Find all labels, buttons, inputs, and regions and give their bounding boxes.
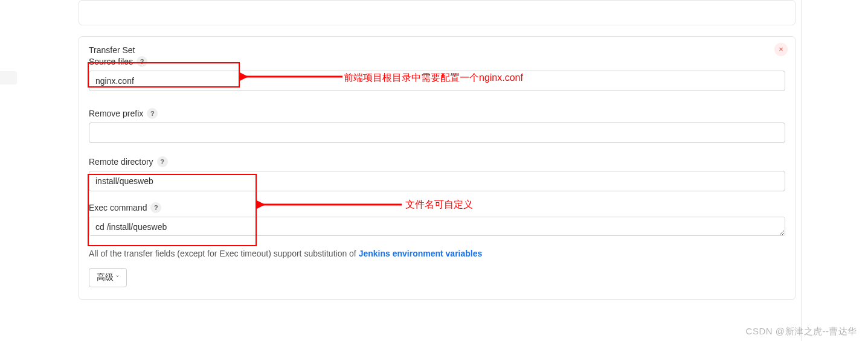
transfer-set-title: Transfer Set xyxy=(89,45,785,55)
advanced-button[interactable]: 高级 ˅ xyxy=(89,268,127,287)
source-files-label: Source files xyxy=(89,57,133,66)
advanced-button-label: 高级 xyxy=(97,272,114,283)
exec-command-input[interactable] xyxy=(89,217,785,236)
chevron-down-icon: ˅ xyxy=(116,275,119,281)
help-icon[interactable]: ? xyxy=(150,202,161,213)
remote-directory-group: Remote directory ? xyxy=(89,156,785,191)
transfer-set-panel: × Transfer Set Source files ? Remove pre… xyxy=(79,36,796,300)
remove-prefix-group: Remove prefix ? xyxy=(89,108,785,143)
help-icon[interactable]: ? xyxy=(147,108,158,119)
substitution-note: All of the transfer fields (except for E… xyxy=(89,249,785,258)
close-icon: × xyxy=(779,45,783,54)
help-icon[interactable]: ? xyxy=(157,156,168,167)
watermark: CSDN @新津之虎--曹达华 xyxy=(746,326,857,337)
main-content: × Transfer Set Source files ? Remove pre… xyxy=(79,0,796,300)
help-icon[interactable]: ? xyxy=(137,56,147,67)
annotation-text-1: 前端项目根目录中需要配置一个nginx.conf xyxy=(344,72,523,84)
right-rail-divider xyxy=(801,0,802,341)
remove-transfer-set-button[interactable]: × xyxy=(774,43,788,56)
jenkins-env-vars-link[interactable]: Jenkins environment variables xyxy=(359,249,483,258)
annotation-text-2: 文件名可自定义 xyxy=(405,199,473,211)
remote-directory-input[interactable] xyxy=(89,171,785,191)
remote-directory-label: Remote directory xyxy=(89,157,153,167)
remove-prefix-label: Remove prefix xyxy=(89,109,143,118)
previous-panel-stub xyxy=(79,0,796,25)
remove-prefix-input[interactable] xyxy=(89,123,785,143)
sidebar-stub xyxy=(0,71,17,84)
note-text: All of the transfer fields (except for E… xyxy=(89,249,359,258)
exec-command-label: Exec command xyxy=(89,203,147,212)
